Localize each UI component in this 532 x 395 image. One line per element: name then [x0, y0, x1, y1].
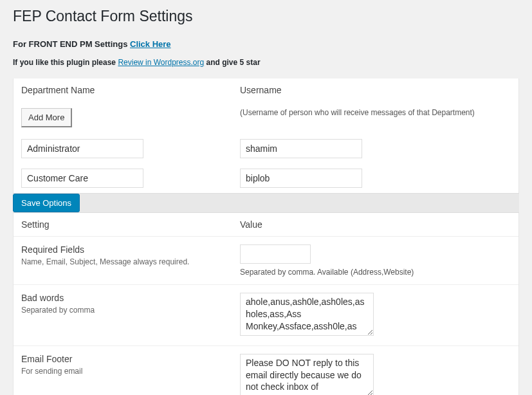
required-fields-desc: Name, Email, Subject, Message always req…	[21, 257, 227, 266]
dept-row	[14, 134, 518, 163]
page-title: FEP Contact Form Settings	[13, 0, 519, 30]
email-footer-textarea[interactable]	[240, 354, 374, 395]
review-prefix: If you like this plugin please	[13, 58, 118, 67]
required-fields-row: Required Fields Name, Email, Subject, Me…	[14, 237, 518, 285]
required-fields-input[interactable]	[240, 244, 311, 264]
save-bar: Save Options	[13, 193, 519, 213]
departments-panel: Department Name Username Add More (Usern…	[13, 78, 519, 193]
dept-name-input[interactable]	[21, 169, 143, 188]
dept-username-input[interactable]	[240, 139, 362, 158]
dept-header-username: Username	[240, 85, 511, 95]
settings-link[interactable]: Click Here	[130, 39, 171, 49]
settings-panel: Setting Value Required Fields Name, Emai…	[13, 213, 519, 395]
review-line: If you like this plugin please Review in…	[13, 58, 519, 67]
settings-header-setting: Setting	[21, 219, 240, 230]
required-fields-label: Required Fields	[21, 244, 227, 255]
email-footer-row: Email Footer For sending email	[14, 346, 518, 395]
add-more-row: Add More (Username of person who will re…	[14, 102, 518, 134]
bad-words-label: Bad words	[21, 293, 227, 303]
dept-username-input[interactable]	[240, 169, 362, 188]
intro-prefix: For FRONT END PM Settings	[13, 39, 130, 49]
dept-header-name: Department Name	[21, 85, 240, 95]
email-footer-desc: For sending email	[21, 367, 227, 376]
bad-words-desc: Separated by comma	[21, 306, 227, 315]
bad-words-textarea[interactable]	[240, 293, 374, 336]
email-footer-label: Email Footer	[21, 354, 227, 364]
departments-header-row: Department Name Username	[14, 78, 518, 102]
dept-row	[14, 163, 518, 193]
intro-line: For FRONT END PM Settings Click Here	[13, 39, 519, 49]
required-fields-hint: Separated by comma. Available (Address,W…	[240, 268, 511, 277]
settings-header-row: Setting Value	[14, 213, 518, 237]
dept-name-input[interactable]	[21, 139, 143, 158]
review-link[interactable]: Review in Wordpress.org	[118, 58, 204, 67]
bad-words-row: Bad words Separated by comma	[14, 285, 518, 346]
settings-header-value: Value	[240, 219, 511, 230]
username-hint: (Username of person who will receive mes…	[240, 108, 511, 127]
add-more-button[interactable]: Add More	[21, 108, 72, 127]
review-suffix: and give 5 star	[204, 58, 260, 67]
save-button[interactable]: Save Options	[13, 194, 80, 212]
